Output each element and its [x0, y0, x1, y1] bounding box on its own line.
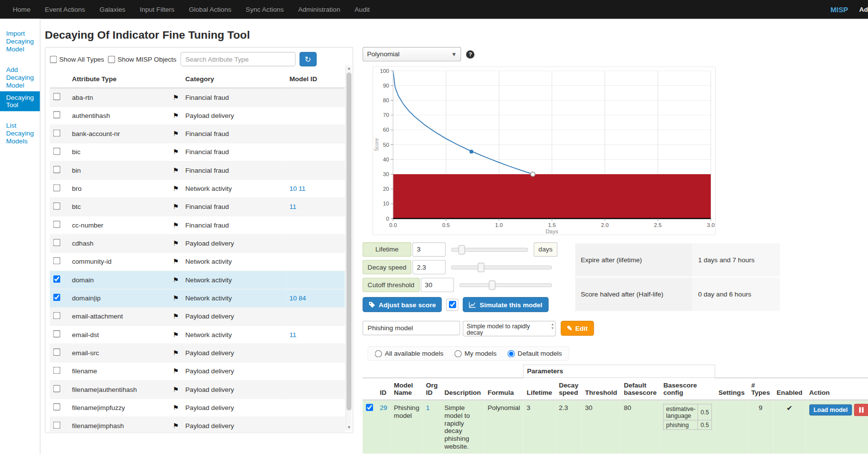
nav-item-sync-actions[interactable]: Sync Actions: [238, 0, 291, 19]
attribute-row[interactable]: bank-account-nr⚑Financial fraud: [50, 125, 345, 143]
flag-icon[interactable]: ⚑: [173, 367, 179, 375]
attribute-row[interactable]: community-id⚑Network activity: [50, 252, 345, 271]
attribute-row[interactable]: btc⚑Financial fraud11: [50, 198, 345, 216]
adjust-base-score-button[interactable]: Adjust base score: [363, 297, 442, 312]
attribute-row-checkbox[interactable]: [53, 330, 61, 338]
scrollbar-down-arrow-icon[interactable]: ▼: [346, 424, 352, 430]
lifetime-slider-handle[interactable]: [459, 245, 466, 254]
decay-speed-slider[interactable]: [451, 265, 552, 269]
attribute-row[interactable]: email-dst⚑Network activity11: [50, 325, 345, 343]
show-all-types-toggle[interactable]: Show All Types: [50, 55, 104, 63]
model-id-link[interactable]: 10 11: [289, 185, 305, 193]
flag-icon[interactable]: ⚑: [173, 404, 179, 411]
model-name-input[interactable]: [363, 321, 460, 335]
nav-item-galaxies[interactable]: Galaxies: [93, 0, 133, 19]
show-misp-objects-checkbox[interactable]: [108, 56, 116, 63]
attribute-row[interactable]: domain⚑Network activity: [50, 271, 345, 289]
model-row-checkbox[interactable]: [366, 404, 373, 411]
attribute-table-scrollbar[interactable]: ▲ ▼: [346, 65, 352, 430]
attribute-row-checkbox[interactable]: [53, 367, 61, 374]
attribute-row-checkbox[interactable]: [53, 111, 61, 118]
radio-my-models[interactable]: [454, 350, 462, 357]
adjust-base-score-checkbox[interactable]: [449, 301, 456, 308]
model-filter-default-models[interactable]: Default models: [508, 350, 562, 358]
attribute-row[interactable]: cdhash⚑Payload delivery: [50, 234, 345, 252]
model-id-link[interactable]: 11: [289, 331, 296, 339]
attribute-row-checkbox[interactable]: [53, 257, 61, 265]
nav-item-home[interactable]: Home: [5, 0, 38, 19]
model-filter-all-available-models[interactable]: All available models: [375, 350, 444, 358]
show-all-types-checkbox[interactable]: [50, 56, 57, 63]
attribute-row[interactable]: filename|impfuzzy⚑Payload delivery: [50, 399, 345, 417]
flag-icon[interactable]: ⚑: [173, 349, 179, 357]
sidebar-item-import-decaying-model[interactable]: Import Decaying Model: [0, 28, 40, 56]
attribute-row-checkbox[interactable]: [53, 130, 61, 137]
attribute-row-checkbox[interactable]: [53, 221, 61, 228]
attribute-row-checkbox[interactable]: [53, 239, 61, 246]
flag-icon[interactable]: ⚑: [173, 386, 179, 393]
org-id-link[interactable]: 1: [426, 404, 430, 411]
flag-icon[interactable]: ⚑: [173, 313, 179, 320]
formula-select[interactable]: Polynomial ▼: [363, 47, 461, 61]
flag-icon[interactable]: ⚑: [173, 93, 179, 101]
attribute-row[interactable]: filename⚑Payload delivery: [50, 362, 345, 380]
radio-all-available-models[interactable]: [375, 350, 382, 357]
attribute-row[interactable]: filename|authentihash⚑Payload delivery: [50, 380, 345, 398]
attribute-row-checkbox[interactable]: [53, 348, 61, 356]
flag-icon[interactable]: ⚑: [173, 185, 179, 193]
nav-item-administration[interactable]: Administration: [291, 0, 347, 19]
flag-icon[interactable]: ⚑: [173, 331, 179, 339]
pause-model-button[interactable]: [854, 404, 868, 416]
model-id-link[interactable]: 11: [289, 203, 296, 211]
search-attribute-input[interactable]: [180, 52, 295, 66]
model-filter-my-models[interactable]: My models: [454, 350, 496, 358]
attribute-row-checkbox[interactable]: [53, 403, 61, 410]
misp-brand-link[interactable]: MISP: [830, 5, 848, 14]
attribute-row[interactable]: aba-rtn⚑Financial fraud: [50, 88, 345, 107]
sidebar-item-decaying-tool[interactable]: Decaying Tool: [0, 91, 40, 112]
nav-item-event-actions[interactable]: Event Actions: [38, 0, 93, 19]
attribute-row-checkbox[interactable]: [53, 312, 61, 319]
cutoff-threshold-slider-handle[interactable]: [489, 280, 496, 290]
attribute-row-checkbox[interactable]: [53, 203, 61, 210]
attribute-row[interactable]: authentihash⚑Payload delivery: [50, 107, 345, 125]
attribute-row[interactable]: domain|ip⚑Network activity10 84: [50, 289, 345, 307]
decay-speed-input[interactable]: [412, 260, 446, 274]
attribute-row[interactable]: bic⚑Financial fraud: [50, 143, 345, 161]
cutoff-threshold-slider[interactable]: [459, 283, 552, 287]
scrollbar-thumb[interactable]: [347, 72, 352, 410]
model-description-textarea[interactable]: Simple model to rapidly decay ▲▼: [463, 321, 556, 337]
attribute-row-checkbox[interactable]: [53, 294, 61, 301]
decay-speed-slider-handle[interactable]: [478, 263, 485, 272]
scrollbar-up-arrow-icon[interactable]: ▲: [346, 65, 352, 71]
refresh-button[interactable]: ↻: [299, 52, 316, 66]
attribute-row[interactable]: cc-number⚑Financial fraud: [50, 216, 345, 234]
attribute-row[interactable]: email-src⚑Payload delivery: [50, 344, 345, 362]
attribute-row[interactable]: bin⚑Financial fraud: [50, 161, 345, 180]
attribute-row-checkbox[interactable]: [53, 422, 61, 429]
model-id-link[interactable]: 10 84: [289, 295, 306, 302]
attribute-row-checkbox[interactable]: [53, 148, 61, 155]
textarea-scroll-icons[interactable]: ▲▼: [551, 322, 554, 330]
flag-icon[interactable]: ⚑: [173, 130, 179, 138]
lifetime-slider[interactable]: [451, 248, 528, 251]
admin-menu-link[interactable]: Ad: [859, 5, 868, 13]
attribute-row[interactable]: email-attachment⚑Payload delivery: [50, 307, 345, 325]
load-model-button[interactable]: Load model: [809, 404, 852, 415]
flag-icon[interactable]: ⚑: [173, 295, 179, 302]
attribute-row[interactable]: bro⚑Network activity10 11: [50, 180, 345, 198]
flag-icon[interactable]: ⚑: [173, 221, 179, 229]
nav-item-audit[interactable]: Audit: [348, 0, 377, 19]
flag-icon[interactable]: ⚑: [173, 112, 179, 119]
attribute-row-checkbox[interactable]: [53, 385, 61, 392]
flag-icon[interactable]: ⚑: [173, 240, 179, 248]
flag-icon[interactable]: ⚑: [173, 203, 179, 211]
nav-item-global-actions[interactable]: Global Actions: [182, 0, 238, 19]
model-row[interactable]: 29Phishing model1Simple model to rapidly…: [363, 400, 868, 454]
lifetime-input[interactable]: [412, 242, 446, 256]
flag-icon[interactable]: ⚑: [173, 258, 179, 266]
attribute-row-checkbox[interactable]: [53, 166, 61, 173]
show-misp-objects-toggle[interactable]: Show MISP Objects: [108, 55, 177, 63]
attribute-row[interactable]: filename|imphash⚑Payload delivery: [50, 417, 345, 433]
flag-icon[interactable]: ⚑: [173, 148, 179, 156]
